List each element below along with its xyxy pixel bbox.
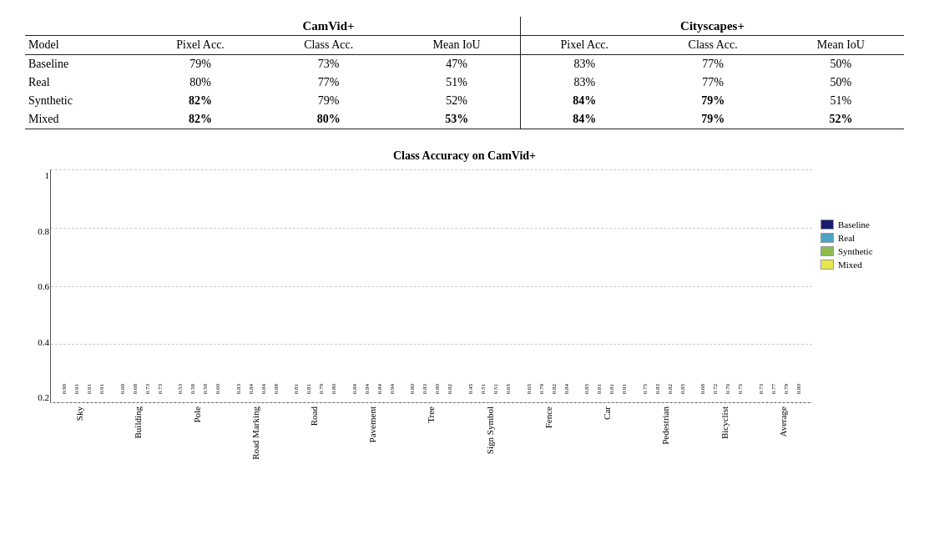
bar-value-label: 0.90 <box>61 384 68 394</box>
table-row: Synthetic82%79%52%84%79%51% <box>25 92 904 110</box>
bar-value-label: 0.84 <box>364 384 371 394</box>
x-axis-label: Average <box>754 406 812 463</box>
legend-label: Baseline <box>838 219 870 230</box>
bar-value-label: 0.51 <box>492 384 499 394</box>
x-axis-label: Road <box>285 406 343 463</box>
bar-value-label: 0.70 <box>725 384 731 394</box>
legend-item: Synthetic <box>820 246 904 256</box>
legend-label: Synthetic <box>838 246 873 256</box>
bar-value-label: 0.58 <box>202 384 209 394</box>
bar-value-label: 0.83 <box>422 384 428 394</box>
bars-container: 0.900.910.910.910.690.680.730.730.530.58… <box>51 169 812 402</box>
chart-area: 10.80.60.40.2 0.900.910.910.910.690.680.… <box>50 169 812 403</box>
y-axis-label: 0.4 <box>38 338 49 347</box>
bar-value-label: 0.94 <box>389 384 396 394</box>
bar-value-label: 0.45 <box>467 384 474 394</box>
legend-color-box <box>820 233 834 243</box>
model-label: Model <box>25 36 137 55</box>
camvid-pixel-header: Pixel Acc. <box>137 36 264 55</box>
x-axis-label: Sky <box>50 406 109 463</box>
x-axis-label: Road Marking <box>226 406 285 463</box>
bar-value-label: 0.79 <box>783 384 790 394</box>
camvid-iou-header: Mean IoU <box>393 36 520 55</box>
full-chart: 10.80.60.40.2 0.900.910.910.910.690.680.… <box>25 169 904 463</box>
camvid-header: CamVid+ <box>137 17 520 36</box>
bar-value-label: 0.68 <box>699 384 706 394</box>
bar-value-label: 0.80 <box>795 384 802 394</box>
bar-value-label: 0.58 <box>189 384 196 394</box>
bar-value-label: 0.84 <box>376 384 383 394</box>
legend-label: Mixed <box>838 260 862 270</box>
bar-value-label: 0.83 <box>235 384 242 394</box>
bar-value-label: 0.81 <box>305 384 312 394</box>
bar-value-label: 0.75 <box>737 384 744 394</box>
bar-value-label: 0.53 <box>177 384 184 394</box>
x-axis-label: Car <box>578 406 636 463</box>
bar-value-label: 0.91 <box>73 384 80 394</box>
legend-color-box <box>820 219 834 230</box>
bar-value-label: 0.72 <box>712 384 719 394</box>
bar-value-label: 0.85 <box>679 384 686 394</box>
table-row: Baseline79%73%47%83%77%50% <box>25 55 904 74</box>
bar-value-label: 0.82 <box>551 384 558 394</box>
bar-value-label: 0.81 <box>293 384 300 394</box>
x-axis-label: Pedestrian <box>636 406 694 463</box>
chart-inner: 10.80.60.40.2 0.900.910.910.910.690.680.… <box>25 169 812 463</box>
bar-value-label: 0.88 <box>273 384 280 394</box>
y-axis-label: 0.2 <box>38 393 49 402</box>
legend-color-box <box>820 246 834 256</box>
legend-item: Mixed <box>820 260 904 270</box>
x-axis-label: Sign Symbol <box>461 406 519 463</box>
legend-color-box <box>820 260 834 270</box>
chart-with-legend: 10.80.60.40.2 0.900.910.910.910.690.680.… <box>25 169 904 463</box>
bar-value-label: 0.73 <box>157 384 164 394</box>
bar-value-label: 0.82 <box>667 384 674 394</box>
grid-line <box>51 402 812 403</box>
bar-value-label: 0.73 <box>144 384 151 394</box>
bar-value-label: 0.68 <box>132 384 139 394</box>
results-table: CamVid+ Cityscapes+ Model Pixel Acc. Cla… <box>25 17 904 129</box>
bar-value-label: 0.84 <box>248 384 255 394</box>
bar-value-label: 0.75 <box>642 384 649 394</box>
bar-value-label: 0.80 <box>434 384 441 394</box>
bar-value-label: 0.65 <box>505 384 512 394</box>
bar-value-label: 0.83 <box>654 384 661 394</box>
legend-area: BaselineRealSyntheticMixed <box>820 169 904 270</box>
bar-value-label: 0.77 <box>770 384 777 394</box>
legend-label: Real <box>838 233 855 243</box>
camvid-class-header: Class Acc. <box>264 36 393 55</box>
city-iou-header: Mean IoU <box>778 36 904 55</box>
x-axis-label: Fence <box>519 406 578 463</box>
bar-value-label: 0.60 <box>215 384 221 394</box>
bar-value-label: 0.91 <box>86 384 93 394</box>
cityscapes-header: Cityscapes+ <box>521 17 904 36</box>
bar-value-label: 0.79 <box>318 384 325 394</box>
bar-value-label: 0.73 <box>758 384 765 394</box>
bar-value-label: 0.80 <box>409 384 416 394</box>
y-axis: 10.80.60.40.2 <box>26 169 49 402</box>
bar-value-label: 0.91 <box>621 384 628 394</box>
legend-item: Real <box>820 233 904 243</box>
bar-value-label: 0.79 <box>538 384 545 394</box>
y-axis-label: 0.6 <box>38 282 49 291</box>
x-axis-label: Pole <box>167 406 225 463</box>
bar-value-label: 0.85 <box>583 384 590 394</box>
bar-value-label: 0.84 <box>563 384 570 394</box>
y-axis-label: 1 <box>45 171 50 180</box>
results-table-section: CamVid+ Cityscapes+ Model Pixel Acc. Cla… <box>25 17 904 129</box>
bar-value-label: 0.82 <box>447 384 453 394</box>
bar-value-label: 0.84 <box>351 384 358 394</box>
chart-title: Class Accuracy on CamVid+ <box>25 149 904 163</box>
bar-value-label: 0.80 <box>331 384 337 394</box>
bar-value-label: 0.69 <box>119 384 126 394</box>
x-labels: SkyBuildingPoleRoad MarkingRoadPavementT… <box>50 403 812 463</box>
bar-value-label: 0.91 <box>98 384 105 394</box>
legend-item: Baseline <box>820 219 904 230</box>
bar-value-label: 0.84 <box>260 384 267 394</box>
x-axis-label: Building <box>109 406 167 463</box>
bar-value-label: 0.51 <box>480 384 487 394</box>
chart-section: Class Accuracy on CamVid+ 10.80.60.40.2 … <box>25 149 904 463</box>
x-axis-label: Tree <box>401 406 460 463</box>
model-col-header <box>25 17 137 36</box>
bar-value-label: 0.81 <box>608 384 615 394</box>
